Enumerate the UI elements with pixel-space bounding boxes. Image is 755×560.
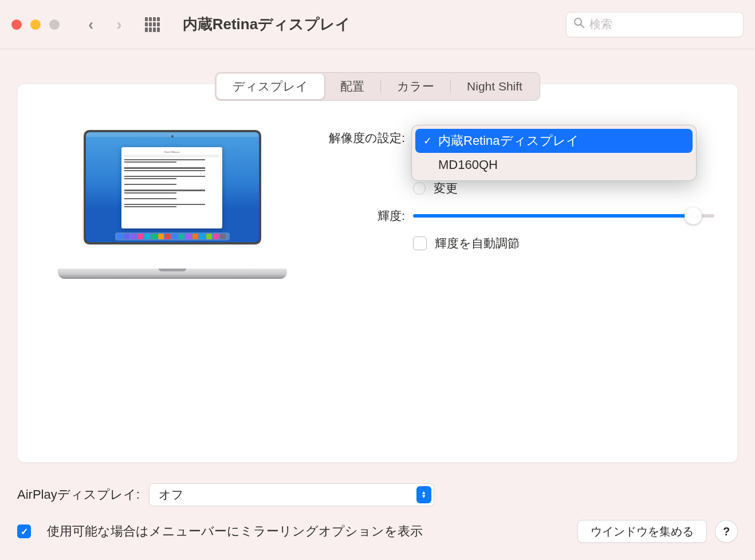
doc-toolbar	[124, 155, 219, 157]
airplay-select[interactable]: オフ ▲▼	[149, 483, 434, 506]
mirroring-menu-label: 使用可能な場合はメニューバーにミラーリングオプションを表示	[47, 523, 569, 540]
tab-color[interactable]: カラー	[381, 74, 450, 99]
brightness-label: 輝度:	[321, 208, 413, 224]
zoom-window-button[interactable]	[49, 19, 60, 30]
nav-arrows: ‹ ›	[88, 15, 122, 34]
svg-point-0	[575, 18, 581, 25]
brightness-slider-thumb[interactable]	[685, 207, 702, 224]
tab-night-shift[interactable]: Night Shift	[451, 74, 538, 99]
forward-button[interactable]: ›	[116, 15, 121, 34]
laptop-notch	[159, 269, 186, 271]
select-arrows-icon: ▲▼	[416, 486, 431, 503]
dropdown-option-builtin[interactable]: ✓ 内蔵Retinaディスプレイ	[415, 129, 693, 153]
auto-brightness-label: 輝度を自動調節	[435, 235, 520, 251]
display-selector-dropdown[interactable]: ✓ 内蔵Retinaディスプレイ MD160QH	[411, 125, 697, 181]
auto-brightness-checkbox[interactable]	[413, 236, 427, 250]
airplay-value: オフ	[159, 487, 184, 503]
tab-label: 配置	[340, 78, 364, 94]
resolution-scaled-radio[interactable]	[413, 182, 426, 195]
tab-display[interactable]: ディスプレイ	[217, 74, 324, 99]
resolution-label: 解像度の設定:	[321, 130, 413, 146]
display-preview-column: Think Different	[41, 119, 304, 428]
laptop-preview: Think Different	[58, 130, 287, 279]
laptop-screen: Think Different	[84, 130, 261, 244]
gather-windows-button[interactable]: ウインドウを集める	[577, 520, 707, 543]
tab-strip: ディスプレイ 配置 カラー Night Shift	[215, 72, 540, 101]
bottom-area: AirPlayディスプレイ: オフ ▲▼ ✓ 使用可能な場合はメニューバーにミラ…	[17, 483, 738, 543]
brightness-row: 輝度:	[321, 208, 714, 224]
footer-row: ✓ 使用可能な場合はメニューバーにミラーリングオプションを表示 ウインドウを集め…	[17, 520, 738, 543]
dropdown-option-label: 内蔵Retinaディスプレイ	[438, 132, 579, 149]
tab-label: Night Shift	[467, 80, 522, 93]
auto-brightness-row: 輝度を自動調節	[321, 235, 714, 251]
close-window-button[interactable]	[11, 19, 22, 30]
traffic-lights	[11, 19, 60, 30]
brightness-slider[interactable]	[413, 214, 714, 218]
back-button[interactable]: ‹	[88, 15, 93, 34]
search-icon	[573, 17, 585, 32]
dropdown-option-label: MD160QH	[438, 157, 498, 172]
tab-label: ディスプレイ	[233, 78, 308, 94]
window-title: 内蔵Retinaディスプレイ	[183, 14, 566, 34]
mirroring-menu-checkbox[interactable]: ✓	[17, 524, 31, 538]
doc-body	[124, 159, 219, 207]
svg-line-1	[581, 25, 584, 27]
preview-document-window: Think Different	[121, 147, 222, 228]
minimize-window-button[interactable]	[30, 19, 41, 30]
airplay-label: AirPlayディスプレイ:	[17, 486, 140, 503]
titlebar: ‹ › 内蔵Retinaディスプレイ	[0, 0, 755, 49]
doc-title: Think Different	[124, 151, 219, 153]
laptop-base	[58, 269, 287, 279]
tab-arrangement[interactable]: 配置	[324, 74, 380, 99]
checkmark-icon: ✓	[423, 135, 438, 147]
search-input[interactable]	[589, 18, 736, 31]
show-all-prefs-button[interactable]	[145, 17, 160, 32]
help-button[interactable]: ?	[715, 520, 738, 543]
resolution-change-row: 変更	[321, 180, 714, 196]
dropdown-option-external[interactable]: MD160QH	[415, 153, 693, 177]
airplay-row: AirPlayディスプレイ: オフ ▲▼	[17, 483, 738, 506]
preview-dock	[115, 232, 230, 240]
preview-menubar	[86, 132, 259, 137]
resolution-scaled-label: 変更	[434, 180, 458, 196]
search-field[interactable]	[566, 12, 744, 37]
tab-label: カラー	[397, 78, 434, 94]
button-label: ウインドウを集める	[591, 524, 694, 539]
help-icon: ?	[723, 525, 730, 538]
